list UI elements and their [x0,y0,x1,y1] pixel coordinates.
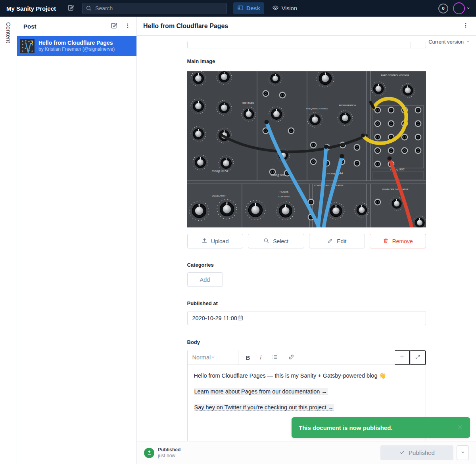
chevron-down-icon [461,450,465,456]
panel-actions [109,21,132,31]
chevron-down-icon [466,39,470,45]
expand-button[interactable] [410,350,426,365]
toolbar-right [395,350,426,365]
content-rail-label: Content [5,22,12,464]
search-input[interactable] [82,3,227,14]
body-link-docs[interactable]: Learn more about Pages from our document… [194,388,328,395]
svg-text:FIXED CONTROL VOLTAGE: FIXED CONTROL VOLTAGE [381,74,409,76]
user-menu[interactable] [453,2,470,14]
publish-status: Published just now [144,447,180,458]
body-paragraph: Hello from Cloudflare Pages — this is my… [194,372,419,380]
svg-text:CONTROLLED OSCILLATOR: CONTROLLED OSCILLATOR [314,184,343,187]
search-box [82,3,227,14]
publish-status-title: Published [158,447,180,453]
slug-field-cutoff[interactable] [187,42,426,48]
svg-text:OSCILLATOR: OSCILLATOR [212,195,225,197]
content-rail[interactable]: Content [0,17,17,464]
post-item-subtitle: by Kristian Freeman (@signalnerve) [38,46,115,52]
compose-icon [67,4,74,13]
create-post-button[interactable] [109,21,118,31]
top-navbar: My Sanity Project [0,0,476,17]
bullet-list-button[interactable] [272,354,278,361]
published-at-value: 2020-10-29 11:00 [192,315,237,321]
add-category-button[interactable]: Add [187,272,223,287]
plus-icon [399,354,405,361]
field-divider [411,42,411,48]
bold-button[interactable]: B [246,354,250,361]
status-count-badge[interactable]: 0 [438,4,448,13]
post-item-title: Hello from Cloudflare Pages [38,40,115,46]
main-image-preview[interactable]: moog 907A moog 995 moog 904A moog 902 HI… [187,71,426,227]
publish-status-text: Published just now [158,447,180,458]
post-panel-header: Post [17,17,136,36]
post-thumbnail [20,39,35,53]
panel-title: Post [23,23,36,30]
svg-text:FILTERS: FILTERS [280,191,289,193]
upload-button[interactable]: Upload [187,234,244,248]
published-at-label: Published at [187,300,426,306]
svg-text:LOW PASS: LOW PASS [278,195,290,198]
kebab-icon [125,23,131,30]
body-link-twitter[interactable]: Say hey on Twitter if you're checking ou… [194,404,334,411]
trash-icon [383,238,389,245]
eye-icon [272,4,279,12]
chevron-down-icon [466,5,470,12]
post-item-text: Hello from Cloudflare Pages by Kristian … [38,40,115,52]
toast-dismiss-button[interactable] [457,424,464,432]
remove-button[interactable]: Remove [370,234,426,248]
svg-text:HIGH PASS: HIGH PASS [242,102,254,104]
body-content[interactable]: Hello from Cloudflare Pages — this is my… [188,365,426,426]
svg-text:moog 904A: moog 904A [327,172,343,175]
close-icon [457,424,464,432]
desk-icon [237,5,244,12]
document-form: Current version Main image [137,36,476,441]
document-header: Hello from Cloudflare Pages [137,17,476,36]
document-panel: Hello from Cloudflare Pages Current vers… [137,17,476,464]
list-item-post[interactable]: Hello from Cloudflare Pages by Kristian … [17,36,136,56]
svg-text:FREQUENCY RANGE: FREQUENCY RANGE [306,107,328,110]
avatar [453,2,465,14]
app-body: Content Post [0,17,476,464]
document-menu-button[interactable] [462,21,470,31]
main-image-label: Main image [187,58,426,64]
post-list-panel: Post [17,17,137,464]
toast-message: This document is now published. [299,424,393,431]
body-label: Body [187,339,426,345]
compose-icon [110,22,117,31]
published-icon [144,448,154,458]
tab-vision[interactable]: Vision [268,2,301,14]
text-style-select[interactable]: Normal [188,350,238,365]
document-footer: Published just now Published [137,441,476,464]
italic-button[interactable]: i [260,354,261,361]
project-title: My Sanity Project [6,5,56,12]
version-selector[interactable]: Current version [428,39,470,45]
sanity-studio: My Sanity Project [0,0,476,464]
upload-icon [202,238,207,245]
select-button[interactable]: Select [248,234,304,248]
navbar-right: 0 [438,2,470,14]
publish-status-time: just now [158,453,180,458]
published-at-input[interactable]: 2020-10-29 11:00 [187,311,426,325]
footer-actions: Published [380,445,469,460]
edit-button[interactable]: Edit [309,234,365,248]
panel-menu-button[interactable] [124,22,132,31]
link-button[interactable] [288,354,294,361]
publish-menu-button[interactable] [457,445,469,460]
chevron-down-icon [211,354,215,361]
format-tools: B i [246,350,294,365]
new-document-button[interactable] [65,3,76,13]
categories-label: Categories [187,262,426,268]
publish-button[interactable]: Published [380,445,453,460]
svg-text:REGENERATION: REGENERATION [339,104,356,107]
bullet-list-icon [272,354,278,361]
image-actions: Upload Select [187,234,426,248]
svg-text:ENVELOPE GENERATOR: ENVELOPE GENERATOR [382,188,409,191]
search-icon [263,238,269,245]
check-icon [399,449,405,456]
expand-icon [415,354,420,361]
calendar-icon[interactable] [237,315,244,322]
tab-desk[interactable]: Desk [233,2,264,14]
kebab-icon [463,22,469,30]
insert-button[interactable] [395,350,410,365]
tool-tabs: Desk Vision [233,2,301,14]
